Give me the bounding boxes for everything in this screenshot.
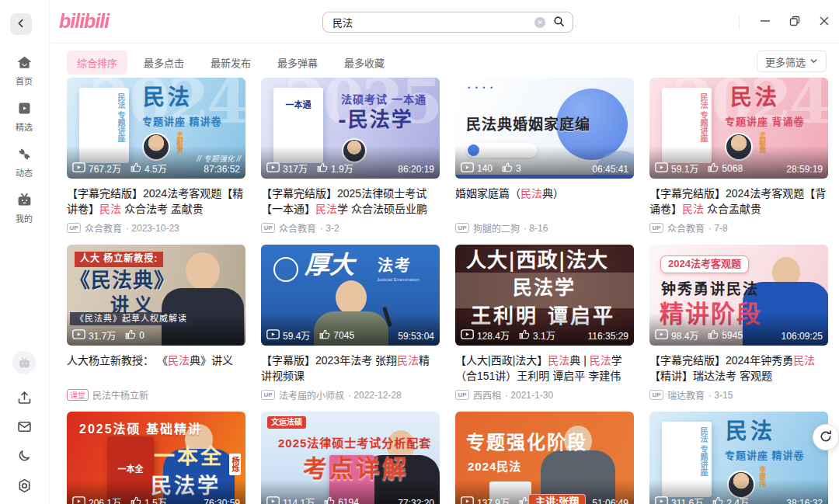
- more-filters-label: 更多筛选: [765, 54, 806, 69]
- thumb-text: 钟秀勇讲民法: [661, 281, 759, 298]
- search-button[interactable]: [552, 15, 566, 30]
- play-count: 114.1万: [266, 495, 315, 504]
- video-meta[interactable]: UP众合教育 · 7-8: [649, 221, 828, 235]
- video-title[interactable]: 人大杨立新教授： 《民法典》讲义: [67, 353, 245, 384]
- video-thumbnail[interactable]: 一本全2025法硕 基础精讲一本全民法学杨烁206.1万1.5万76:30:59: [67, 412, 245, 504]
- video-card[interactable]: 文运法硕2025法律硕士考试分析配套考点详解114.1万619477:32:20: [261, 412, 440, 504]
- play-count-value: 137.9万: [477, 495, 510, 504]
- video-card[interactable]: • • • •民法典婚姻家庭编140306:45:41婚姻家庭篇（民法典）UP狗…: [455, 78, 634, 245]
- video-card[interactable]: 2024民法 专题讲座民法专题讲座 背诵卷孟献贵59.1万506828:59:1…: [649, 78, 828, 245]
- video-card[interactable]: 人大 杨立新教授:《民法典》讲义《民法典》起草人权威解读31.7万0人大杨立新教…: [67, 245, 245, 412]
- title-keyword-highlight: 民法: [99, 203, 121, 215]
- title-keyword-highlight: 民法: [315, 203, 337, 215]
- duration-label: 106:09:25: [782, 331, 823, 342]
- more-filters-button[interactable]: 更多筛选: [757, 50, 827, 72]
- like-count-value: 5068: [722, 163, 743, 174]
- like-count-icon: [319, 329, 330, 342]
- video-meta[interactable]: 课堂民法牛杨立新: [67, 388, 245, 401]
- like-count-icon: [712, 496, 723, 504]
- sidebar-item-mine[interactable]: 我的: [16, 192, 33, 224]
- thumbnail-stats: 317万1.9万86:20:19: [261, 146, 440, 179]
- back-button[interactable]: [10, 13, 32, 35]
- thumb-text: 民法学: [513, 277, 576, 300]
- search-input[interactable]: [332, 16, 534, 28]
- duration-label: 116:35:29: [588, 331, 629, 342]
- sidebar-item-home[interactable]: 首页: [16, 54, 33, 87]
- minimize-icon: [760, 16, 771, 29]
- video-card[interactable]: 2025一本通法硕考试 一本通-民法学317万1.9万86:20:19【字幕完结…: [261, 78, 440, 245]
- video-thumbnail[interactable]: 专题强化阶段2024民法主讲:张翔137.9万1万51:06:49: [455, 412, 634, 504]
- title-keyword-highlight: 民法: [397, 354, 419, 367]
- video-meta[interactable]: UP法考届的小师叔 · 2022-12-28: [261, 388, 440, 401]
- video-thumbnail[interactable]: 2024民法 专题讲座民法专题讲座 背诵卷孟献贵59.1万506828:59:1…: [649, 78, 828, 179]
- bilibili-logo[interactable]: bilibili: [59, 10, 109, 33]
- close-button[interactable]: [819, 16, 830, 29]
- tab-most-clicks[interactable]: 最多点击: [134, 50, 194, 75]
- upload-icon[interactable]: [16, 388, 33, 405]
- sidebar-item-featured[interactable]: 精选: [16, 100, 33, 133]
- video-thumbnail[interactable]: 厚大法考Judicial Examination59.4万704559:53:0…: [261, 245, 440, 346]
- video-meta[interactable]: UP众合教育 · 2023-10-23: [67, 221, 245, 235]
- video-card[interactable]: 人大|西政|法大民法学王利明 谭启平128.4万3.1万116:35:29【人大…: [455, 245, 634, 412]
- sort-tabs: 综合排序 最多点击 最新发布 最多弹幕 最多收藏: [67, 50, 839, 75]
- video-thumbnail[interactable]: 2025一本通法硕考试 一本通-民法学317万1.9万86:20:19: [261, 78, 440, 179]
- restore-button[interactable]: [789, 16, 800, 29]
- uploader-badge: UP: [261, 390, 275, 400]
- video-card[interactable]: 一本全2025法硕 基础精讲一本全民法学杨烁206.1万1.5万76:30:59: [67, 412, 245, 504]
- settings-icon[interactable]: [16, 477, 33, 494]
- window-controls: [739, 16, 830, 29]
- like-count-icon: [324, 496, 335, 504]
- minimize-button[interactable]: [760, 16, 771, 29]
- tv-face-icon: [16, 192, 33, 210]
- thumb-text: 《民法典》: [70, 269, 175, 293]
- video-card[interactable]: 2024民法 专题讲座民法专题讲座 精讲卷孟献贵// 专题强化 //767.2万…: [67, 78, 245, 245]
- title-text: 【精讲】瑞达法考 客观题: [649, 370, 772, 382]
- video-meta[interactable]: UP西西相 · 2021-1-30: [455, 388, 634, 401]
- like-count: 1.9万: [317, 162, 353, 175]
- video-card[interactable]: 专题强化阶段2024民法主讲:张翔137.9万1万51:06:49: [455, 412, 634, 504]
- video-title[interactable]: 【字幕完结版】2024法考客观题【精讲卷】民法 众合法考 孟献贵: [67, 186, 245, 217]
- video-thumbnail[interactable]: 2024法考客观题钟秀勇讲民法精讲阶段98.4万5945106:09:25: [649, 245, 828, 346]
- video-thumbnail[interactable]: 2024民法 专题讲座民法专题讲座 精讲卷孟献贵// 专题强化 //767.2万…: [67, 78, 245, 179]
- filter-bar: 综合排序 最多点击 最新发布 最多弹幕 最多收藏 更多筛选: [50, 43, 839, 78]
- duration-label: 87:36:52: [204, 164, 240, 175]
- video-card[interactable]: 民法 专题讲座民法专题讲座 精讲卷李建伟311.6万2.4万38:16:32: [649, 412, 828, 504]
- play-count-value: 31.7万: [89, 328, 116, 342]
- video-title[interactable]: 【字幕完结版】2024年钟秀勇民法【精讲】瑞达法考 客观题: [649, 353, 828, 384]
- thumb-text: -民法学: [338, 109, 413, 132]
- refresh-button[interactable]: [813, 424, 839, 450]
- video-meta[interactable]: UP众合教育 · 3-2: [261, 221, 440, 235]
- video-card[interactable]: 2024法考客观题钟秀勇讲民法精讲阶段98.4万5945106:09:25【字幕…: [649, 245, 828, 412]
- mail-icon[interactable]: [16, 418, 33, 435]
- video-thumbnail[interactable]: 人大 杨立新教授:《民法典》讲义《民法典》起草人权威解读31.7万0: [67, 245, 245, 346]
- video-title[interactable]: 婚姻家庭篇（民法典）: [455, 186, 634, 217]
- search-results-grid: 2024民法 专题讲座民法专题讲座 精讲卷孟献贵// 专题强化 //767.2万…: [67, 78, 839, 504]
- video-thumbnail[interactable]: 人大|西政|法大民法学王利明 谭启平128.4万3.1万116:35:29: [455, 245, 634, 346]
- uploader-name: 西西相: [473, 388, 501, 401]
- sidebar-item-dynamic[interactable]: 动态: [16, 146, 33, 179]
- play-count: 317万: [266, 162, 308, 175]
- duration-label: 77:32:20: [398, 498, 434, 504]
- moon-icon[interactable]: [16, 447, 33, 464]
- video-title[interactable]: 【字幕完结版】2025法律硕士考试【一本通】民法学 众合法硕岳业鹏: [261, 186, 440, 217]
- video-thumbnail[interactable]: • • • •民法典婚姻家庭编140306:45:41: [455, 78, 634, 179]
- clear-search-icon[interactable]: ✕: [534, 17, 545, 28]
- tab-comprehensive-sort[interactable]: 综合排序: [67, 50, 127, 75]
- video-thumbnail[interactable]: 民法 专题讲座民法专题讲座 精讲卷李建伟311.6万2.4万38:16:32: [649, 412, 828, 504]
- video-title[interactable]: 【人大|西政|法大】民法典 | 民法学（合151讲）王利明 谭启平 李建伟（20…: [455, 353, 634, 384]
- tab-most-danmaku[interactable]: 最多弹幕: [267, 50, 328, 75]
- video-thumbnail[interactable]: 文运法硕2025法律硕士考试分析配套考点详解114.1万619477:32:20: [261, 412, 440, 504]
- avatar[interactable]: [12, 351, 36, 374]
- video-title[interactable]: 【字幕版】2023年法考 张翔民法精讲视频课: [261, 353, 440, 384]
- tab-newest[interactable]: 最新发布: [200, 50, 261, 75]
- uploader-badge: UP: [455, 223, 469, 233]
- tab-most-favorites[interactable]: 最多收藏: [334, 50, 395, 75]
- title-text: 【人大|西政|法大】: [455, 354, 548, 367]
- video-card[interactable]: 厚大法考Judicial Examination59.4万704559:53:0…: [261, 245, 440, 412]
- thumb-text: 主讲:张翔: [528, 494, 586, 504]
- video-meta[interactable]: UP瑞达教育 · 3-15: [649, 388, 828, 401]
- video-meta[interactable]: UP狗腿的二狗 · 8-16: [455, 221, 634, 235]
- thumb-text: Judicial Examination: [377, 277, 420, 283]
- video-title[interactable]: 【字幕完结版】2024法考客观题【背诵卷】民法 众合孟献贵: [649, 186, 828, 217]
- uploader-badge: UP: [261, 223, 275, 233]
